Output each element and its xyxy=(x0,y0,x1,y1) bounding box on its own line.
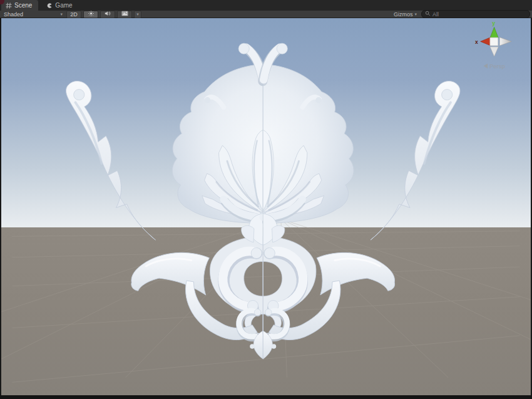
scene-viewport-canvas[interactable]: y x Persp xyxy=(0,18,532,399)
lighting-toggle-button[interactable] xyxy=(83,11,98,18)
viewport-left-border xyxy=(0,18,1,399)
game-pacman-icon xyxy=(46,3,53,9)
tab-scene-label: Scene xyxy=(14,2,32,9)
gizmos-dropdown[interactable]: Gizmos ▾ xyxy=(391,11,419,18)
scene-view-toolbar: Shaded ▾ 2D xyxy=(0,11,532,18)
gizmo-y-axis-cone[interactable] xyxy=(490,27,498,38)
scene-orientation-gizmo: y x Persp xyxy=(475,20,511,70)
gizmo-right-axis-cone[interactable] xyxy=(499,38,511,46)
persp-arrow-icon xyxy=(483,64,488,69)
shading-mode-label: Shaded xyxy=(4,11,23,18)
scene-search-field[interactable]: All xyxy=(421,10,530,18)
sun-icon xyxy=(88,11,94,18)
scene-grid-icon xyxy=(6,3,12,9)
shading-mode-dropdown[interactable]: Shaded ▾ xyxy=(2,11,64,18)
search-value: All xyxy=(432,11,439,18)
viewport-bottom-border xyxy=(0,395,532,399)
tab-scene[interactable]: Scene xyxy=(1,0,38,11)
unity-scene-view-window: Scene Game Shaded ▾ 2D xyxy=(0,0,532,399)
tab-game-label: Game xyxy=(55,2,72,9)
speaker-icon xyxy=(105,11,111,18)
persp-label: Persp xyxy=(489,63,505,70)
gizmo-x-axis-cone[interactable] xyxy=(481,38,491,46)
audio-toggle-button[interactable] xyxy=(100,11,115,18)
tab-game[interactable]: Game xyxy=(42,0,78,11)
gizmo-down-axis-cone[interactable] xyxy=(490,47,498,56)
effects-toggle-button[interactable] xyxy=(117,11,132,18)
effects-dropdown-button[interactable]: ▾ xyxy=(134,11,141,18)
2d-toggle-label: 2D xyxy=(70,11,78,18)
scene-render-overlay: y x Persp xyxy=(0,18,532,399)
gizmo-persp-toggle[interactable]: Persp xyxy=(483,63,504,70)
magnifier-icon xyxy=(425,11,431,18)
chevron-down-icon: ▾ xyxy=(136,12,139,16)
baroque-ornament-model[interactable] xyxy=(66,43,460,359)
gizmos-label: Gizmos xyxy=(394,11,413,18)
view-tab-bar: Scene Game xyxy=(0,0,532,11)
gizmo-x-label: x xyxy=(475,39,478,45)
gizmo-center-cube[interactable] xyxy=(490,38,498,46)
image-icon xyxy=(121,11,128,18)
gizmo-y-label: y xyxy=(492,20,495,26)
chevron-down-icon: ▾ xyxy=(414,12,417,16)
chevron-down-icon: ▾ xyxy=(60,12,63,16)
2d-toggle-button[interactable]: 2D xyxy=(66,11,81,18)
